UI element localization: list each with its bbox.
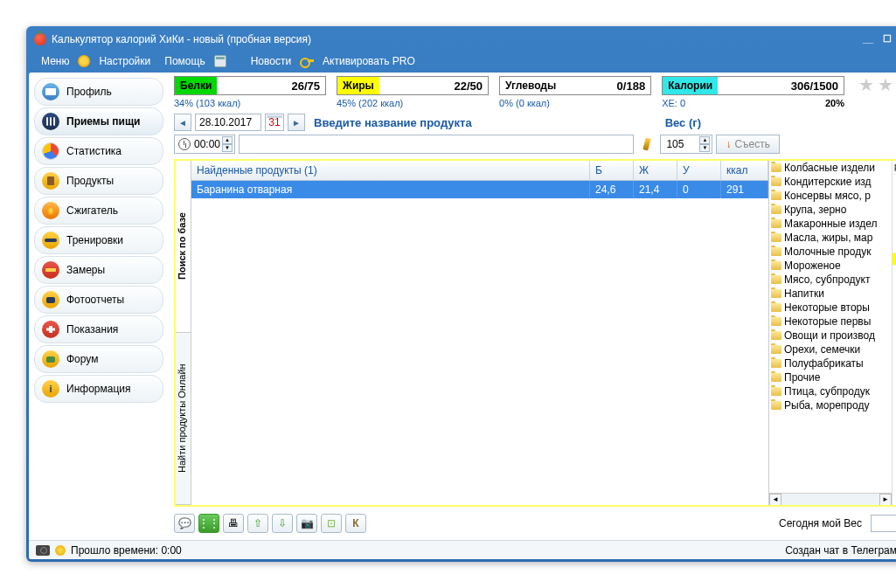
sidebar-label: Показания: [66, 323, 118, 336]
weight-input[interactable]: 105 ▲▼: [660, 135, 712, 154]
heart-icon: [42, 321, 59, 338]
sidebar-item-products[interactable]: Продукты: [34, 167, 163, 195]
category-item[interactable]: Орехи, семечки: [769, 342, 892, 356]
category-item[interactable]: Птица, субпродук: [769, 384, 892, 398]
titlebar: Калькулятор калорий ХиКи - новый (пробна…: [29, 29, 896, 50]
fat-box: Жиры22/50: [337, 76, 489, 95]
sidebar-item-photos[interactable]: Фотоотчеты: [34, 286, 163, 314]
menu-activate[interactable]: Активировать PRO: [317, 53, 420, 69]
category-item[interactable]: Мясо, субпродукт: [769, 273, 892, 287]
menu-main[interactable]: Меню: [36, 53, 74, 69]
menu-settings[interactable]: Настройки: [94, 53, 156, 69]
category-item[interactable]: Некоторые вторы: [769, 301, 892, 315]
category-item[interactable]: Кондитерские изд: [769, 175, 892, 189]
weight-down-button[interactable]: ▼: [699, 144, 710, 152]
minimize-button[interactable]: __: [860, 33, 876, 45]
weight-up-button[interactable]: ▲: [699, 136, 710, 144]
folder-icon: [771, 331, 781, 340]
stats-icon: [42, 142, 59, 160]
calculator-icon[interactable]: [214, 55, 226, 67]
dumbbell-icon: [42, 232, 59, 249]
sidebar-label: Сжигатель: [66, 204, 118, 217]
main-panel: Белки26/75 34% (103 ккал) Жиры22/50 45% …: [169, 73, 896, 540]
cal-sub-left: XE: 0: [662, 98, 825, 108]
category-item[interactable]: Некоторые первы: [769, 315, 892, 329]
clear-button[interactable]: [637, 135, 656, 154]
info-icon: i: [42, 380, 59, 398]
telegram-label[interactable]: Создан чат в Телеграм: [785, 544, 896, 557]
table-row[interactable]: Баранина отварная 24,6 21,4 0 291: [191, 181, 768, 198]
products-icon: [42, 172, 59, 190]
product-input[interactable]: [239, 135, 634, 154]
menu-news[interactable]: Новости: [246, 53, 296, 69]
share-button[interactable]: ⋮⋮: [198, 514, 219, 533]
eat-button[interactable]: ↓Съесть: [716, 135, 780, 154]
folder-icon: [771, 219, 781, 228]
menu-help[interactable]: Помощь: [159, 53, 210, 69]
tab-search-online[interactable]: Найти продукты Онлайн: [176, 333, 191, 505]
time-down-button[interactable]: ▼: [222, 144, 233, 152]
folder-icon: [771, 233, 781, 242]
col-carb[interactable]: У: [677, 161, 721, 180]
calendar-button[interactable]: 31: [265, 114, 284, 131]
category-item[interactable]: Прочие: [769, 370, 892, 384]
time-up-button[interactable]: ▲: [222, 136, 233, 144]
protein-box: Белки26/75: [174, 76, 326, 95]
col-protein[interactable]: Б: [590, 161, 634, 180]
category-item[interactable]: Полуфабрикаты: [769, 356, 892, 370]
category-item[interactable]: Напитки: [769, 287, 892, 301]
photo-button[interactable]: 📷: [296, 514, 317, 533]
sidebar-item-training[interactable]: Тренировки: [34, 226, 163, 254]
category-item[interactable]: Крупа, зерно: [769, 203, 892, 217]
date-prev-button[interactable]: ◄: [174, 114, 191, 131]
android-button[interactable]: ⊡: [321, 514, 342, 533]
protein-sub: 34% (103 ккал): [174, 98, 326, 108]
chat-button[interactable]: 💬: [174, 514, 195, 533]
category-item[interactable]: Овощи и производ: [769, 329, 892, 342]
k-button[interactable]: К: [345, 514, 366, 533]
sidebar-item-profile[interactable]: Профиль: [34, 78, 163, 106]
sidebar-item-burner[interactable]: Сжигатель: [34, 197, 163, 225]
category-item[interactable]: Масла, жиры, мар: [769, 231, 892, 245]
cal-sub-right: 20%: [825, 98, 844, 108]
time-input[interactable]: 00:00 ▲▼: [174, 135, 235, 154]
star-icon[interactable]: ★: [878, 76, 895, 93]
sidebar-item-stats[interactable]: Статистика: [34, 137, 163, 165]
col-kcal[interactable]: ккал: [721, 161, 768, 180]
folder-icon: [771, 261, 781, 270]
scroll-left-button[interactable]: ◄: [769, 494, 781, 506]
category-list: Колбасные изделиКондитерские издКонсервы…: [769, 161, 892, 493]
sidebar: Профиль Приемы пищи Статистика Продукты …: [29, 73, 169, 540]
sidebar-item-measurements[interactable]: Замеры: [34, 256, 163, 284]
today-weight-input[interactable]: [871, 515, 896, 532]
maximize-button[interactable]: ☐: [879, 33, 895, 45]
category-item[interactable]: Рыба, морепроду: [769, 398, 892, 412]
sidebar-item-readings[interactable]: Показания: [34, 315, 163, 343]
date-next-button[interactable]: ►: [288, 114, 305, 131]
sidebar-item-info[interactable]: iИнформация: [34, 375, 163, 403]
col-name[interactable]: Найденные продукты (1): [191, 161, 590, 180]
sidebar-label: Профиль: [66, 86, 112, 98]
star-icon[interactable]: ★: [858, 76, 876, 93]
camera-status-icon[interactable]: [36, 545, 50, 556]
cell-kcal: 291: [721, 181, 768, 198]
scroll-right-button[interactable]: ►: [879, 494, 892, 506]
category-item[interactable]: Консервы мясо, р: [769, 189, 892, 203]
date-input[interactable]: [195, 114, 261, 131]
category-item[interactable]: Молочные продук: [769, 245, 892, 259]
import-button[interactable]: ⇩: [272, 514, 293, 533]
protein-value: 26/75: [217, 77, 325, 94]
export-button[interactable]: ⇧: [247, 514, 268, 533]
col-fat[interactable]: Ж: [634, 161, 677, 180]
print-button[interactable]: 🖶: [223, 514, 244, 533]
category-item[interactable]: Колбасные издели: [769, 161, 892, 175]
bottom-toolbar: 💬 ⋮⋮ 🖶 ⇧ ⇩ 📷 ⊡ К Сегодня мой Вес: [174, 512, 896, 536]
camera-icon: [42, 291, 59, 308]
tab-search-base[interactable]: Поиск по базе: [176, 161, 191, 333]
sidebar-item-forum[interactable]: Форум: [34, 345, 163, 373]
category-item[interactable]: Макаронные издел: [769, 217, 892, 231]
horizontal-scrollbar[interactable]: ◄ ►: [769, 493, 892, 505]
sidebar-item-meals[interactable]: Приемы пищи: [34, 107, 163, 135]
folder-icon: [771, 359, 781, 368]
category-item[interactable]: Мороженое: [769, 259, 892, 273]
